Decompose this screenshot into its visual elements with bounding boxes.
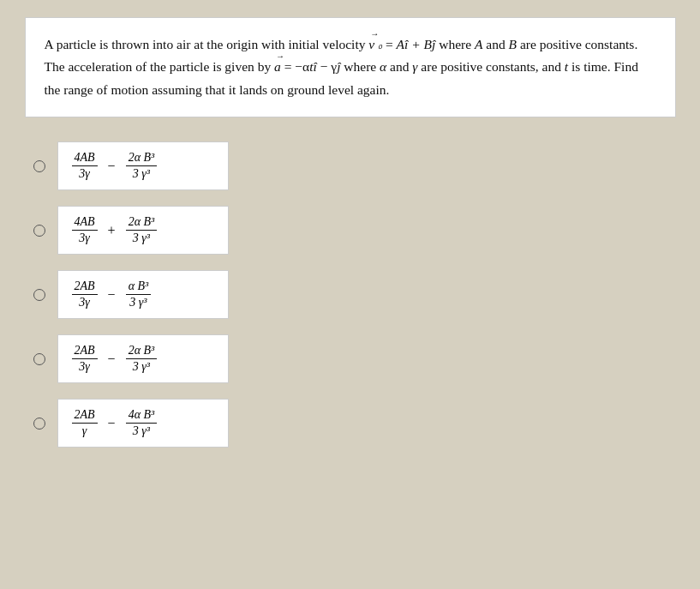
- option-item-e: 2AB γ − 4α B³ 3 γ³: [33, 399, 676, 448]
- radio-e[interactable]: [33, 418, 45, 430]
- frac-b-1: 4AB 3γ: [72, 215, 98, 245]
- frac-d-2: 2α B³ 3 γ³: [126, 344, 158, 374]
- option-content-c: 2AB 3γ − α B³ 3 γ³: [57, 270, 229, 319]
- frac-e-1: 2AB γ: [72, 408, 98, 438]
- option-item-c: 2AB 3γ − α B³ 3 γ³: [33, 270, 676, 319]
- frac-a-1: 4AB 3γ: [72, 151, 98, 181]
- frac-d-1: 2AB 3γ: [72, 344, 98, 374]
- frac-b-2: 2α B³ 3 γ³: [126, 215, 158, 245]
- frac-c-2: α B³ 3 γ³: [126, 279, 152, 310]
- option-content-a: 4AB 3γ − 2α B³ 3 γ³: [57, 141, 229, 190]
- radio-a[interactable]: [33, 160, 45, 172]
- v0-vector: → v ₀: [368, 33, 382, 56]
- initial-velocity-expr: Aî + Bĵ: [397, 37, 440, 51]
- main-container: A particle is thrown into air at the ori…: [25, 17, 676, 448]
- question-box: A particle is thrown into air at the ori…: [25, 17, 676, 117]
- sign-e: −: [108, 416, 116, 430]
- option-content-b: 4AB 3γ + 2α B³ 3 γ³: [57, 206, 229, 255]
- radio-b[interactable]: [33, 225, 45, 237]
- sign-a: −: [108, 159, 116, 173]
- option-item-d: 2AB 3γ − 2α B³ 3 γ³: [33, 334, 676, 383]
- option-content-d: 2AB 3γ − 2α B³ 3 γ³: [57, 334, 229, 383]
- radio-d[interactable]: [33, 353, 45, 365]
- sign-d: −: [108, 352, 116, 366]
- options-list: 4AB 3γ − 2α B³ 3 γ³ 4AB 3γ + 2α B: [25, 141, 676, 448]
- frac-c-1: 2AB 3γ: [72, 279, 98, 310]
- sign-c: −: [108, 287, 116, 302]
- frac-a-2: 2α B³ 3 γ³: [126, 151, 158, 181]
- a-vector: → a: [274, 56, 281, 78]
- option-item-b: 4AB 3γ + 2α B³ 3 γ³: [33, 206, 676, 255]
- option-item-a: 4AB 3γ − 2α B³ 3 γ³: [33, 141, 676, 190]
- radio-c[interactable]: [33, 289, 45, 301]
- question-text: A particle is thrown into air at the ori…: [45, 33, 656, 101]
- sign-b: +: [108, 223, 116, 237]
- frac-e-2: 4α B³ 3 γ³: [126, 408, 158, 438]
- option-content-e: 2AB γ − 4α B³ 3 γ³: [57, 399, 229, 448]
